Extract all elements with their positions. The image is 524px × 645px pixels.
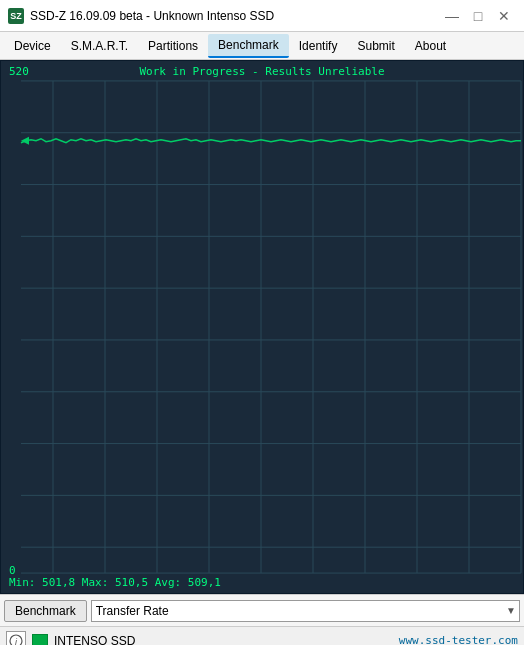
transfer-rate-select-wrapper[interactable]: Transfer Rate Access Time IOPS ▼ bbox=[91, 600, 520, 622]
title-text: SSD-Z 16.09.09 beta - Unknown Intenso SS… bbox=[30, 9, 274, 23]
minimize-button[interactable]: — bbox=[440, 6, 464, 26]
app-icon: SZ bbox=[8, 8, 24, 24]
chart-svg bbox=[1, 61, 523, 593]
svg-text:i: i bbox=[15, 637, 18, 646]
status-info-icon[interactable]: i bbox=[6, 631, 26, 646]
menu-bar: Device S.M.A.R.T. Partitions Benchmark I… bbox=[0, 32, 524, 60]
chart-title-label: Work in Progress - Results Unreliable bbox=[139, 65, 384, 78]
title-bar: SZ SSD-Z 16.09.09 beta - Unknown Intenso… bbox=[0, 0, 524, 32]
chart-area: 520 Work in Progress - Results Unreliabl… bbox=[0, 60, 524, 594]
menu-item-partitions[interactable]: Partitions bbox=[138, 35, 208, 57]
menu-item-submit[interactable]: Submit bbox=[347, 35, 404, 57]
menu-item-benchmark[interactable]: Benchmark bbox=[208, 34, 289, 58]
maximize-button[interactable]: □ bbox=[466, 6, 490, 26]
menu-item-about[interactable]: About bbox=[405, 35, 456, 57]
menu-item-identify[interactable]: Identify bbox=[289, 35, 348, 57]
menu-item-smart[interactable]: S.M.A.R.T. bbox=[61, 35, 138, 57]
info-icon-svg: i bbox=[9, 634, 23, 646]
title-bar-controls: — □ ✕ bbox=[440, 6, 516, 26]
transfer-rate-select[interactable]: Transfer Rate Access Time IOPS bbox=[91, 600, 520, 622]
drive-status-indicator bbox=[32, 634, 48, 646]
chart-stats-label: Min: 501,8 Max: 510,5 Avg: 509,1 bbox=[9, 576, 221, 589]
benchmark-button[interactable]: Benchmark bbox=[4, 600, 87, 622]
menu-item-device[interactable]: Device bbox=[4, 35, 61, 57]
chart-y-max-label: 520 bbox=[9, 65, 29, 78]
drive-name-label: INTENSO SSD bbox=[54, 634, 393, 646]
status-bar: i INTENSO SSD www.ssd-tester.com bbox=[0, 626, 524, 645]
website-label: www.ssd-tester.com bbox=[399, 634, 518, 645]
title-bar-left: SZ SSD-Z 16.09.09 beta - Unknown Intenso… bbox=[8, 8, 274, 24]
bottom-toolbar: Benchmark Transfer Rate Access Time IOPS… bbox=[0, 594, 524, 626]
close-button[interactable]: ✕ bbox=[492, 6, 516, 26]
